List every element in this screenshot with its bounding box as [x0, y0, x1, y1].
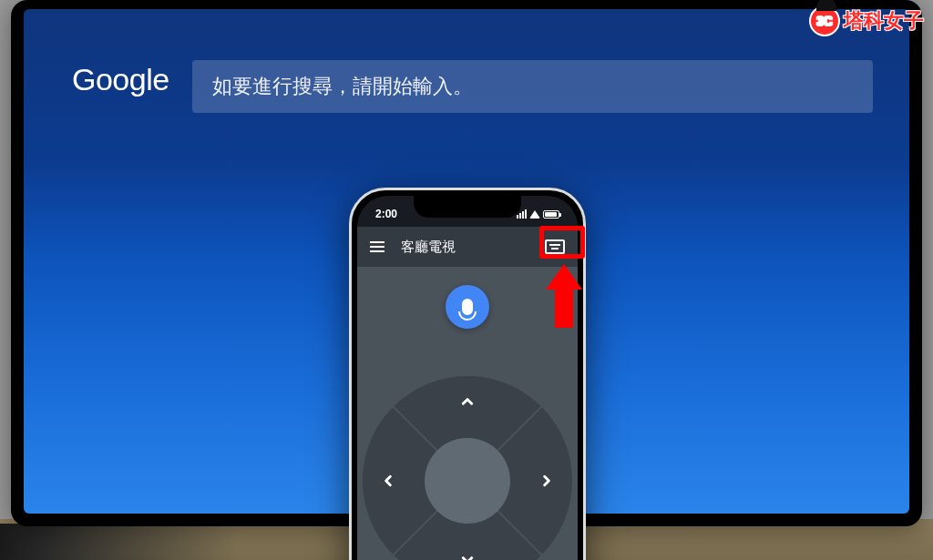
- dpad-down-button[interactable]: [458, 551, 477, 560]
- tv-search-placeholder: 如要進行搜尋，請開始輸入。: [212, 73, 473, 100]
- voice-search-button[interactable]: [446, 285, 489, 329]
- dpad: [363, 376, 572, 560]
- annotation-highlight-box: [539, 226, 585, 259]
- google-logo: Google: [72, 62, 169, 97]
- battery-icon: [543, 210, 559, 219]
- hamburger-icon[interactable]: [370, 241, 384, 252]
- speaker-edge: [0, 524, 237, 560]
- dpad-ok-button[interactable]: [425, 438, 510, 524]
- wifi-icon: [529, 210, 540, 219]
- dpad-left-button[interactable]: [379, 472, 397, 490]
- watermark-avatar-icon: 3C: [809, 5, 840, 36]
- watermark-text: 塔科女子: [844, 7, 924, 35]
- tv-search-input[interactable]: 如要進行搜尋，請開始輸入。: [192, 60, 873, 113]
- dpad-up-button[interactable]: [458, 392, 477, 411]
- annotation-arrow-icon: [546, 264, 582, 328]
- device-name-label[interactable]: 客廳電視: [401, 239, 528, 256]
- phone-notch: [414, 196, 521, 218]
- watermark: 3C 塔科女子: [809, 5, 924, 36]
- status-time: 2:00: [375, 208, 397, 220]
- dpad-right-button[interactable]: [538, 472, 556, 490]
- mic-icon: [462, 299, 473, 315]
- remote-body: [357, 267, 578, 560]
